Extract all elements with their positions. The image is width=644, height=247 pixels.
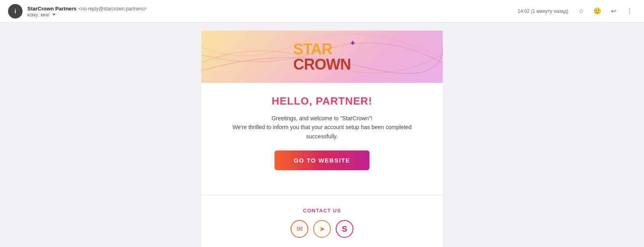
contact-title: CONTACT US <box>217 208 427 214</box>
telegram-icon: ➤ <box>319 224 325 233</box>
greeting-text: Greetings, and welcome to "StarCrown"! W… <box>217 114 427 141</box>
sender-name: StarCrown Partners <box>27 6 76 12</box>
greeting-line2: We're thrilled to inform you that your a… <box>232 124 411 139</box>
email-client-header: i StarCrown Partners <no-reply@starcrown… <box>0 0 644 23</box>
emoji-icon[interactable]: 🙂 <box>591 5 604 18</box>
avatar: i <box>8 4 23 19</box>
sender-email: <no-reply@starcrown.partners> <box>78 6 147 12</box>
header-actions: 14:02 (1 минуту назад) ☆ 🙂 ↩ ⋮ <box>518 5 636 18</box>
divider-1 <box>201 195 443 196</box>
logo-star-icon: ✦ <box>349 38 356 48</box>
more-options-icon[interactable]: ⋮ <box>623 5 636 18</box>
sender-info: i StarCrown Partners <no-reply@starcrown… <box>8 4 146 19</box>
email-banner: STAR CROWN ✦ <box>201 31 443 83</box>
email-body: STAR CROWN ✦ HELLO, PARTNER! Greetings, … <box>0 23 644 247</box>
social-icons: ✉ ➤ S <box>217 220 427 238</box>
sender-name-row: StarCrown Partners <no-reply@starcrown.p… <box>27 5 146 12</box>
goto-website-button[interactable]: GO TO WEBSITE <box>275 150 369 170</box>
chevron-down-icon[interactable] <box>52 14 56 16</box>
hello-heading: HELLO, PARTNER! <box>217 95 427 107</box>
logo-crown-text: CROWN <box>293 57 351 72</box>
recipient-row: кому: мне <box>27 12 146 18</box>
logo-wrapper: STAR CROWN ✦ <box>293 41 351 72</box>
skype-social-icon[interactable]: S <box>336 220 353 238</box>
logo-star-text: STAR <box>293 41 351 57</box>
email-social-icon[interactable]: ✉ <box>291 220 308 238</box>
email-content: HELLO, PARTNER! Greetings, and welcome t… <box>201 83 443 193</box>
contact-section: CONTACT US ✉ ➤ S <box>201 204 443 247</box>
email-container: STAR CROWN ✦ HELLO, PARTNER! Greetings, … <box>201 31 443 247</box>
logo-container: STAR CROWN ✦ <box>293 41 351 72</box>
star-icon[interactable]: ☆ <box>575 5 588 18</box>
telegram-social-icon[interactable]: ➤ <box>313 220 331 238</box>
email-icon: ✉ <box>297 224 303 233</box>
reply-icon[interactable]: ↩ <box>607 5 620 18</box>
skype-icon: S <box>342 224 347 234</box>
sender-details: StarCrown Partners <no-reply@starcrown.p… <box>27 5 146 18</box>
timestamp: 14:02 (1 минуту назад) <box>518 8 568 14</box>
greeting-line1: Greetings, and welcome to "StarCrown"! <box>272 115 372 121</box>
